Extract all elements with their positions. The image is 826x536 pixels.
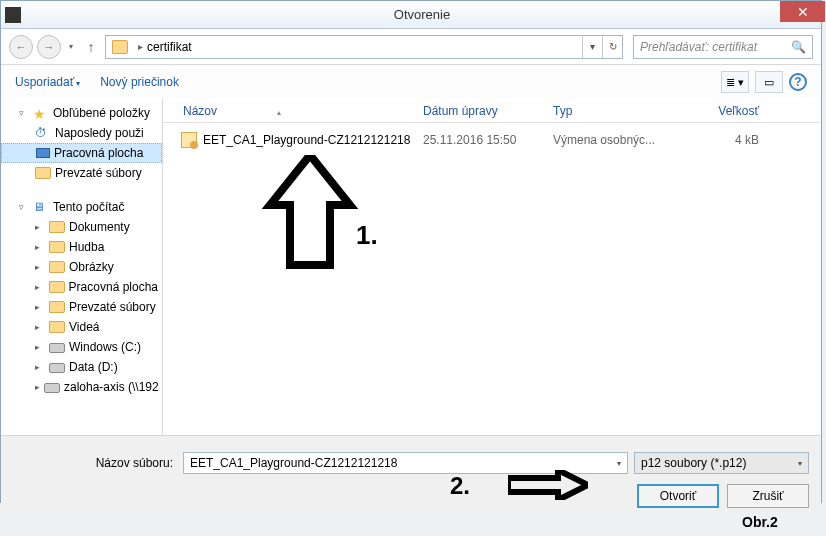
folder-icon xyxy=(112,40,128,54)
app-icon xyxy=(5,7,21,23)
address-bar[interactable]: ▸ certifikat ▾ ↻ xyxy=(105,35,623,59)
cancel-button[interactable]: Zrušiť xyxy=(727,484,809,508)
view-options-button[interactable]: ≣ ▾ xyxy=(721,71,749,93)
file-name: EET_CA1_Playground-CZ1212121218 xyxy=(203,133,423,147)
address-segment[interactable]: certifikat xyxy=(147,40,192,54)
back-button[interactable]: ← xyxy=(9,35,33,59)
close-button[interactable]: ✕ xyxy=(780,1,825,22)
chevron-down-icon: ▾ xyxy=(617,459,621,468)
sidebar-drive-c[interactable]: ▸Windows (C:) xyxy=(1,337,162,357)
address-dropdown[interactable]: ▾ xyxy=(582,36,602,58)
open-button[interactable]: Otvoriť xyxy=(637,484,719,508)
titlebar: Otvorenie ✕ xyxy=(1,1,821,29)
column-headers: Názov▴ Dátum úpravy Typ Veľkosť xyxy=(163,99,821,123)
file-type: Výmena osobnýc... xyxy=(553,133,693,147)
history-dropdown[interactable]: ▾ xyxy=(65,42,77,51)
search-input[interactable]: Prehľadávať: certifikat 🔍 xyxy=(633,35,813,59)
toolbar: Usporiadať▾ Nový priečinok ≣ ▾ ▭ ? xyxy=(1,65,821,99)
sidebar-this-pc[interactable]: ▿🖥Tento počítač xyxy=(1,197,162,217)
file-row[interactable]: EET_CA1_Playground-CZ1212121218 25.11.20… xyxy=(163,129,821,151)
column-type[interactable]: Typ xyxy=(553,104,693,118)
filetype-filter[interactable]: p12 soubory (*.p12)▾ xyxy=(634,452,809,474)
window-title: Otvorenie xyxy=(27,7,817,22)
sort-asc-icon: ▴ xyxy=(277,108,281,117)
navigation-bar: ← → ▾ ↑ ▸ certifikat ▾ ↻ Prehľadávať: ce… xyxy=(1,29,821,65)
filename-input[interactable]: EET_CA1_Playground-CZ1212121218▾ xyxy=(183,452,628,474)
chevron-right-icon: ▸ xyxy=(134,41,147,52)
sidebar-desktop[interactable]: Pracovná plocha xyxy=(1,143,162,163)
file-list: Názov▴ Dátum úpravy Typ Veľkosť EET_CA1_… xyxy=(163,99,821,435)
new-folder-button[interactable]: Nový priečinok xyxy=(100,75,179,89)
sidebar-tree: ▿★Obľúbené položky ⏱Naposledy použi Prac… xyxy=(1,99,163,435)
chevron-down-icon: ▾ xyxy=(798,459,802,468)
organize-menu[interactable]: Usporiadať▾ xyxy=(15,75,80,89)
figure-label: Obr.2 xyxy=(742,514,778,530)
annotation-label-2: 2. xyxy=(450,472,470,500)
sidebar-desktop2[interactable]: ▸Pracovná plocha xyxy=(1,277,162,297)
file-date: 25.11.2016 15:50 xyxy=(423,133,553,147)
sidebar-documents[interactable]: ▸Dokumenty xyxy=(1,217,162,237)
file-size: 4 kB xyxy=(693,133,773,147)
search-placeholder: Prehľadávať: certifikat xyxy=(640,40,757,54)
help-button[interactable]: ? xyxy=(789,73,807,91)
sidebar-network-drive[interactable]: ▸zaloha-axis (\\192 xyxy=(1,377,162,397)
sidebar-videos[interactable]: ▸Videá xyxy=(1,317,162,337)
sidebar-drive-d[interactable]: ▸Data (D:) xyxy=(1,357,162,377)
bottom-panel: Názov súboru: EET_CA1_Playground-CZ12121… xyxy=(1,435,821,518)
column-size[interactable]: Veľkosť xyxy=(693,104,773,118)
sidebar-music[interactable]: ▸Hudba xyxy=(1,237,162,257)
search-icon: 🔍 xyxy=(791,40,806,54)
sidebar-pictures[interactable]: ▸Obrázky xyxy=(1,257,162,277)
cert-file-icon xyxy=(181,132,197,148)
up-button[interactable]: ↑ xyxy=(81,37,101,57)
column-name[interactable]: Názov▴ xyxy=(163,104,423,118)
preview-pane-button[interactable]: ▭ xyxy=(755,71,783,93)
sidebar-recent[interactable]: ⏱Naposledy použi xyxy=(1,123,162,143)
filename-label: Názov súboru: xyxy=(13,456,173,470)
forward-button[interactable]: → xyxy=(37,35,61,59)
annotation-label-1: 1. xyxy=(356,220,378,251)
column-date[interactable]: Dátum úpravy xyxy=(423,104,553,118)
refresh-button[interactable]: ↻ xyxy=(602,36,622,58)
sidebar-favorites[interactable]: ▿★Obľúbené položky xyxy=(1,103,162,123)
sidebar-downloads2[interactable]: ▸Prevzaté súbory xyxy=(1,297,162,317)
sidebar-downloads[interactable]: Prevzaté súbory xyxy=(1,163,162,183)
